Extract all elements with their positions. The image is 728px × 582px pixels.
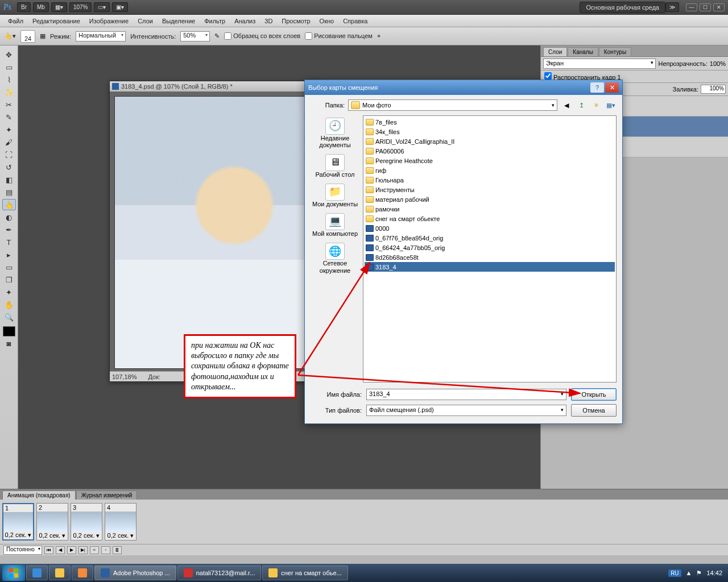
taskbar-folder[interactable]: снег на смарт обье... — [262, 566, 348, 580]
smudge-tool[interactable]: 👆 — [2, 199, 16, 210]
file-list[interactable]: 7в_files34к_filesARIDI_Vol24_Calligraphi… — [363, 115, 617, 383]
menu-select[interactable]: Выделение — [158, 16, 200, 26]
eyedropper-tool[interactable]: ✎ — [2, 111, 16, 123]
tab-paths[interactable]: Контуры — [599, 47, 631, 56]
minibridge-button[interactable]: Mb — [33, 2, 49, 12]
tween-button[interactable]: ≈ — [90, 546, 99, 554]
type-tool[interactable]: T — [2, 236, 16, 248]
spot-heal-tool[interactable]: ✦ — [2, 124, 16, 135]
animation-frame[interactable]: 30,2 сек. ▾ — [71, 503, 102, 541]
new-folder-button[interactable]: ✳ — [590, 100, 602, 110]
filetype-select[interactable]: Файл смещения (.psd) — [366, 405, 566, 416]
file-item[interactable]: PA060006 — [365, 146, 615, 156]
view-extras-button[interactable]: ▦▾ — [51, 2, 67, 12]
blend-mode-select[interactable]: Экран — [543, 59, 656, 69]
taskbar-opera[interactable]: natali73123@mail.r... — [177, 566, 262, 580]
marquee-tool[interactable]: ▭ — [2, 61, 16, 73]
tab-layers[interactable]: Слои — [543, 47, 567, 56]
status-zoom[interactable]: 107,18% — [112, 373, 136, 380]
menu-filter[interactable]: Фильтр — [200, 16, 230, 26]
frame-duration[interactable]: 0,2 сек. ▾ — [39, 531, 67, 540]
file-item[interactable]: снег на смарт обьекте — [365, 214, 615, 223]
menu-analysis[interactable]: Анализ — [230, 16, 260, 26]
file-item[interactable]: рамочки — [365, 204, 615, 214]
menu-image[interactable]: Изображение — [85, 16, 133, 26]
3d-camera-tool[interactable]: ✦ — [2, 286, 16, 298]
tray-clock[interactable]: 14:42 — [706, 569, 722, 576]
menu-window[interactable]: Окно — [315, 16, 339, 26]
file-item[interactable]: Гюльнара — [365, 175, 615, 185]
file-item[interactable]: Инструменты — [365, 185, 615, 194]
next-frame-button[interactable]: ▶| — [78, 546, 88, 554]
workspace-more-button[interactable]: ≫ — [665, 2, 679, 12]
place-item[interactable]: 🌐Сетевое окружение — [311, 243, 359, 273]
back-button[interactable]: ◀ — [561, 100, 572, 110]
menu-view[interactable]: Просмотр — [277, 16, 315, 26]
file-item[interactable]: 3183_4 — [365, 262, 615, 272]
start-button[interactable] — [2, 565, 25, 581]
intensity-input[interactable]: 50% — [180, 31, 210, 41]
taskbar-photoshop[interactable]: Adobe Photoshop ... — [94, 566, 176, 580]
maximize-button[interactable]: ☐ — [700, 3, 711, 11]
taskbar-wmp[interactable] — [72, 566, 93, 580]
finger-paint-checkbox[interactable]: Рисование пальцем — [305, 32, 373, 40]
tool-preset-icon[interactable]: 👆▾ — [5, 32, 16, 40]
opacity-input[interactable]: 100% — [710, 60, 726, 67]
close-button[interactable]: ✕ — [713, 3, 725, 11]
document-canvas[interactable] — [114, 96, 315, 369]
view-menu-button[interactable]: ▦▾ — [605, 100, 617, 110]
brush-panel-icon[interactable]: ▦ — [40, 32, 46, 40]
menu-file[interactable]: Файл — [3, 16, 28, 26]
animation-frame[interactable]: 20,2 сек. ▾ — [36, 503, 68, 541]
file-item[interactable]: 0_66424_4a77bb05_orig — [365, 243, 615, 252]
menu-edit[interactable]: Редактирование — [28, 16, 85, 26]
quickmask-button[interactable]: ◙ — [2, 338, 16, 349]
file-item[interactable]: 8d26b68ace58t — [365, 252, 615, 262]
stamp-tool[interactable]: ⛶ — [2, 149, 16, 160]
dialog-help-button[interactable]: ? — [590, 82, 604, 93]
menu-help[interactable]: Справка — [338, 16, 372, 26]
place-item[interactable]: 🕘Недавние документы — [311, 118, 359, 148]
place-item[interactable]: 🖥Рабочий стол — [315, 154, 354, 178]
sample-all-checkbox[interactable]: Образец со всех слоев — [224, 32, 300, 40]
file-item[interactable]: 0000 — [365, 223, 615, 233]
minimize-button[interactable]: — — [686, 3, 697, 11]
path-select-tool[interactable]: ▸ — [2, 249, 16, 260]
file-item[interactable]: Peregrine Heathcote — [365, 156, 615, 165]
file-item[interactable]: 7в_files — [365, 117, 615, 127]
tray-flag-icon[interactable]: ⚑ — [696, 569, 702, 577]
animation-frame[interactable]: 10,2 сек. ▾ — [2, 503, 34, 541]
new-frame-button[interactable]: ▫ — [101, 546, 110, 554]
file-item[interactable]: 34к_files — [365, 127, 615, 136]
tablet-pressure-icon[interactable]: ✎ — [214, 32, 220, 40]
taskbar-ie[interactable] — [26, 566, 48, 580]
delete-frame-button[interactable]: 🗑 — [113, 546, 122, 554]
frame-duration[interactable]: 0,2 сек. ▾ — [107, 531, 135, 540]
dialog-titlebar[interactable]: Выбор карты смещения ? ✕ — [305, 80, 622, 95]
file-item[interactable]: 0_67f76_b8ea954d_orig — [365, 233, 615, 243]
open-button[interactable]: Открыть — [571, 388, 617, 401]
workspace-button[interactable]: Основная рабочая среда — [580, 2, 665, 13]
loop-select[interactable]: Постоянно — [3, 546, 42, 555]
menu-3d[interactable]: 3D — [260, 16, 277, 26]
language-indicator[interactable]: RU — [668, 569, 681, 577]
foreground-color[interactable] — [3, 326, 15, 336]
cancel-button[interactable]: Отмена — [571, 404, 617, 417]
frame-duration[interactable]: 0,2 сек. ▾ — [73, 531, 101, 540]
brush-preview[interactable]: 24 — [20, 30, 35, 43]
file-item[interactable]: гиф — [365, 165, 615, 175]
frame-duration[interactable]: 0,2 сек. ▾ — [5, 531, 32, 539]
bridge-button[interactable]: Br — [17, 2, 31, 12]
tab-animation[interactable]: Анимация (покадровая) — [2, 490, 76, 500]
filename-input[interactable]: 3183_4 — [366, 389, 566, 400]
fill-input[interactable]: 100% — [701, 85, 726, 94]
dodge-tool[interactable]: ◐ — [2, 211, 16, 223]
first-frame-button[interactable]: ⏮ — [44, 546, 53, 554]
tab-channels[interactable]: Каналы — [568, 47, 598, 56]
taskbar-explorer[interactable] — [49, 566, 71, 580]
up-button[interactable]: ↥ — [576, 100, 587, 110]
move-tool[interactable]: ✥ — [2, 49, 16, 60]
shape-tool[interactable]: ▭ — [2, 261, 16, 273]
zoom-display[interactable]: 107% — [69, 2, 92, 12]
menu-layer[interactable]: Слои — [133, 16, 158, 26]
